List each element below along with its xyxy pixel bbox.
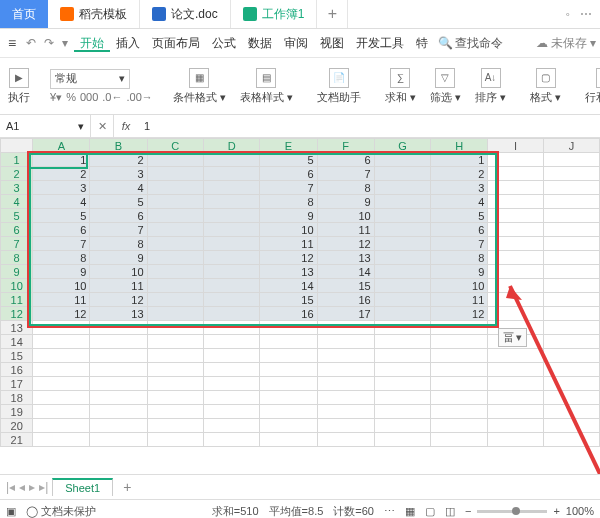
menu-tab-0[interactable]: 开始: [74, 34, 110, 52]
cell-J21[interactable]: [543, 433, 599, 447]
cell-G7[interactable]: [374, 237, 431, 251]
cell-G8[interactable]: [374, 251, 431, 265]
cell-A3[interactable]: 3: [33, 181, 90, 195]
cell-J19[interactable]: [543, 405, 599, 419]
row-header-17[interactable]: 17: [1, 377, 33, 391]
sheet-nav-next[interactable]: ▸: [29, 480, 35, 494]
name-box[interactable]: A1 ▾: [0, 115, 91, 137]
cell-C17[interactable]: [147, 377, 203, 391]
row-header-3[interactable]: 3: [1, 181, 33, 195]
comma-button[interactable]: 000: [80, 91, 98, 103]
row-header-4[interactable]: 4: [1, 195, 33, 209]
cell-C12[interactable]: [147, 307, 203, 321]
cell-A9[interactable]: 9: [33, 265, 90, 279]
cell-F17[interactable]: [317, 377, 374, 391]
cell-A16[interactable]: [33, 363, 90, 377]
user-icon[interactable]: ◦: [566, 7, 570, 21]
col-header-B[interactable]: B: [90, 139, 147, 153]
cell-G13[interactable]: [374, 321, 431, 335]
cell-D8[interactable]: [203, 251, 259, 265]
zoom-slider[interactable]: [477, 510, 547, 513]
row-header-10[interactable]: 10: [1, 279, 33, 293]
cell-J15[interactable]: [543, 349, 599, 363]
cell-F14[interactable]: [317, 335, 374, 349]
cell-A13[interactable]: [33, 321, 90, 335]
cell-B16[interactable]: [90, 363, 147, 377]
cell-D5[interactable]: [203, 209, 259, 223]
col-header-I[interactable]: I: [488, 139, 544, 153]
col-header-H[interactable]: H: [431, 139, 488, 153]
cell-A2[interactable]: 2: [33, 167, 90, 181]
cell-J1[interactable]: [543, 153, 599, 167]
row-header-13[interactable]: 13: [1, 321, 33, 335]
cell-B1[interactable]: 2: [90, 153, 147, 167]
row-header-18[interactable]: 18: [1, 391, 33, 405]
cell-D15[interactable]: [203, 349, 259, 363]
ribbon-table-style[interactable]: ▤ 表格样式 ▾: [236, 68, 297, 105]
cell-F18[interactable]: [317, 391, 374, 405]
cell-H7[interactable]: 7: [431, 237, 488, 251]
cell-C6[interactable]: [147, 223, 203, 237]
col-header-G[interactable]: G: [374, 139, 431, 153]
zoom-control[interactable]: − + 100%: [465, 505, 594, 517]
cell-F5[interactable]: 10: [317, 209, 374, 223]
add-sheet-button[interactable]: +: [117, 479, 137, 495]
cell-B8[interactable]: 9: [90, 251, 147, 265]
cell-J2[interactable]: [543, 167, 599, 181]
cell-B19[interactable]: [90, 405, 147, 419]
cell-J3[interactable]: [543, 181, 599, 195]
cell-D2[interactable]: [203, 167, 259, 181]
cell-C16[interactable]: [147, 363, 203, 377]
cell-A6[interactable]: 6: [33, 223, 90, 237]
cell-E8[interactable]: 12: [260, 251, 317, 265]
fx-cancel[interactable]: ✕: [91, 115, 114, 137]
cell-F15[interactable]: [317, 349, 374, 363]
smart-tag-button[interactable]: 畐▾: [498, 328, 527, 347]
cell-I19[interactable]: [488, 405, 544, 419]
cell-D6[interactable]: [203, 223, 259, 237]
cell-H14[interactable]: [431, 335, 488, 349]
cell-B9[interactable]: 10: [90, 265, 147, 279]
cell-H18[interactable]: [431, 391, 488, 405]
cell-E7[interactable]: 11: [260, 237, 317, 251]
cell-B12[interactable]: 13: [90, 307, 147, 321]
protect-status[interactable]: ◯ 文档未保护: [26, 504, 96, 519]
cell-A4[interactable]: 4: [33, 195, 90, 209]
row-header-19[interactable]: 19: [1, 405, 33, 419]
cell-G14[interactable]: [374, 335, 431, 349]
cell-E5[interactable]: 9: [260, 209, 317, 223]
cell-E4[interactable]: 8: [260, 195, 317, 209]
cell-J9[interactable]: [543, 265, 599, 279]
cell-B21[interactable]: [90, 433, 147, 447]
cell-B7[interactable]: 8: [90, 237, 147, 251]
cell-I16[interactable]: [488, 363, 544, 377]
cell-E6[interactable]: 10: [260, 223, 317, 237]
cell-F3[interactable]: 8: [317, 181, 374, 195]
cell-J14[interactable]: [543, 335, 599, 349]
row-header-6[interactable]: 6: [1, 223, 33, 237]
formula-input[interactable]: 1: [138, 120, 600, 132]
cell-D18[interactable]: [203, 391, 259, 405]
tab-home[interactable]: 首页: [0, 0, 48, 28]
cell-A5[interactable]: 5: [33, 209, 90, 223]
cell-A7[interactable]: 7: [33, 237, 90, 251]
col-header-A[interactable]: A: [33, 139, 90, 153]
record-macro-icon[interactable]: ▣: [6, 505, 16, 518]
cell-C18[interactable]: [147, 391, 203, 405]
cell-J18[interactable]: [543, 391, 599, 405]
cell-I18[interactable]: [488, 391, 544, 405]
row-header-9[interactable]: 9: [1, 265, 33, 279]
cell-H17[interactable]: [431, 377, 488, 391]
cell-E18[interactable]: [260, 391, 317, 405]
cell-A15[interactable]: [33, 349, 90, 363]
cell-J10[interactable]: [543, 279, 599, 293]
col-header-D[interactable]: D: [203, 139, 259, 153]
cell-J17[interactable]: [543, 377, 599, 391]
cell-G5[interactable]: [374, 209, 431, 223]
cell-G12[interactable]: [374, 307, 431, 321]
cell-C13[interactable]: [147, 321, 203, 335]
cell-B15[interactable]: [90, 349, 147, 363]
row-header-11[interactable]: 11: [1, 293, 33, 307]
cell-I8[interactable]: [488, 251, 544, 265]
cell-G1[interactable]: [374, 153, 431, 167]
